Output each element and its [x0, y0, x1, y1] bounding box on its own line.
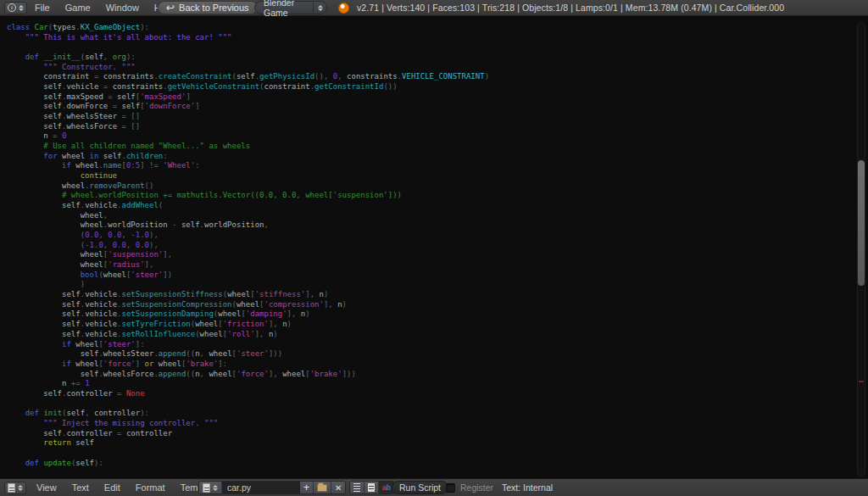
text-datablock-widget: car.py + ✕	[198, 481, 346, 494]
code-line: if wheel['force'] or wheel['brake']:	[7, 359, 868, 370]
code-line: """ Inject the missing controller. """	[7, 419, 868, 429]
code-line: self.wheelsForce.append((n, wheel['force…	[7, 370, 868, 380]
menu-view[interactable]: View	[29, 482, 64, 493]
code-line: self.vehicle.setSuspensionStiffness(whee…	[7, 290, 868, 300]
code-line: self.vehicle.setSuspensionDamping(wheel[…	[7, 309, 868, 320]
code-line: self.wheelsSteer = []	[7, 112, 868, 122]
code-line: for wheel in self.children:	[7, 152, 868, 162]
code-lines: class Car(types.KX_GameObject): """ This…	[7, 23, 868, 468]
folder-icon	[317, 484, 327, 492]
code-line: # Use all children named "Wheel..." as w…	[7, 142, 868, 152]
code-line: self.controller = None	[7, 389, 868, 399]
chevron-updown-icon	[213, 485, 218, 491]
code-line: n += 1	[7, 379, 868, 389]
menu-file[interactable]: File	[27, 3, 58, 13]
register-checkbox[interactable]	[446, 483, 455, 493]
divider	[313, 3, 314, 13]
line-numbers-icon	[353, 483, 360, 492]
run-script-button[interactable]: Run Script	[392, 481, 448, 494]
text-editor-header-bar: ViewTextEditFormatTemplates car.py + ✕	[0, 478, 868, 496]
datablock-name: car.py	[227, 482, 251, 493]
code-line: self.wheelsSteer.append((n, wheel['steer…	[7, 349, 868, 359]
code-line	[7, 449, 868, 459]
code-line: return self	[7, 438, 868, 449]
code-line	[7, 399, 868, 410]
menu-game[interactable]: Game	[58, 3, 98, 13]
text-editor-area[interactable]: class Car(types.KX_GameObject): """ This…	[0, 17, 868, 477]
register-label: Register	[460, 482, 493, 493]
code-line: def init(self, controller):	[7, 409, 868, 419]
code-line: wheel.removeParent()	[7, 181, 868, 192]
code-line: """ This is what it's all about: the car…	[7, 33, 868, 43]
word-wrap-icon	[368, 483, 375, 492]
menu-text[interactable]: Text	[64, 482, 97, 493]
editor-type-selector[interactable]: i	[4, 2, 27, 14]
code-line	[7, 42, 868, 53]
word-wrap-toggle[interactable]	[364, 482, 379, 493]
code-line: wheel['suspension'],	[7, 250, 868, 260]
text-editor-icon	[8, 483, 15, 493]
run-script-label: Run Script	[399, 482, 441, 493]
code-line: if wheel.name[0:5] != 'Wheel':	[7, 161, 868, 171]
code-line: constraint = constraints.createConstrain…	[7, 72, 868, 82]
code-line: if wheel['steer']:	[7, 340, 868, 350]
code-line: self.downForce = self['downForce']	[7, 102, 868, 112]
code-line: bool(wheel['steer'])	[7, 270, 868, 281]
menu-format[interactable]: Format	[128, 482, 173, 493]
code-line: self.vehicle.setTyreFriction(wheel['fric…	[7, 320, 868, 330]
new-text-button[interactable]: +	[300, 482, 314, 493]
back-icon: ↩	[166, 3, 175, 12]
code-line: self.vehicle.setSuspensionCompression(wh…	[7, 300, 868, 310]
code-line: """ Constructor. """	[7, 63, 868, 73]
engine-select-value: Blender Game	[264, 0, 304, 18]
datablock-name-field[interactable]: car.py	[222, 482, 300, 493]
top-header-bar: i FileGameWindowHelp ↩ Back to Previous …	[0, 0, 868, 16]
code-line: self.maxSpeed = self['maxSpeed']	[7, 92, 868, 103]
plus-icon: +	[303, 483, 309, 492]
chevron-updown-icon	[19, 5, 24, 11]
code-line: self.wheelsForce = []	[7, 122, 868, 132]
back-to-previous-button[interactable]: ↩ Back to Previous	[158, 1, 258, 14]
scrollbar-thumb[interactable]	[858, 160, 865, 286]
text-editor-icon	[203, 483, 210, 493]
code-line: wheel.worldPosition - self.worldPosition…	[7, 220, 868, 231]
code-line: self.controller = controller	[7, 429, 868, 439]
menu-edit[interactable]: Edit	[97, 482, 128, 493]
back-button-label: Back to Previous	[179, 3, 249, 13]
code-line: (0.0, 0.0, -1.0),	[7, 231, 868, 241]
unlink-text-button[interactable]: ✕	[331, 482, 345, 493]
text-source-label: Text: Internal	[502, 482, 553, 493]
menu-window[interactable]: Window	[98, 3, 147, 13]
scrollbar-marker	[859, 381, 864, 382]
blender-logo-icon	[338, 3, 349, 14]
code-line: self.vehicle.addWheel(	[7, 201, 868, 211]
open-text-button[interactable]	[314, 482, 331, 493]
info-editor-icon: i	[8, 3, 16, 12]
render-engine-select[interactable]: Blender Game	[254, 1, 327, 14]
line-numbers-toggle[interactable]	[350, 482, 364, 493]
code-line: self.vehicle = constraints.getVehicleCon…	[7, 82, 868, 92]
editor-toggle-group: ab	[349, 481, 395, 494]
chevron-updown-icon	[318, 5, 323, 11]
code-line: # wheel.worldPosition += mathutils.Vecto…	[7, 191, 868, 201]
code-line: wheel,	[7, 211, 868, 221]
syntax-highlight-icon: ab	[382, 483, 392, 492]
chevron-updown-icon	[18, 485, 23, 491]
code-line: def update(self):	[7, 459, 868, 469]
scene-stats-text: v2.71 | Verts:140 | Faces:103 | Tris:218…	[357, 3, 784, 13]
editor-type-selector[interactable]	[4, 482, 26, 494]
code-line: )	[7, 280, 868, 290]
code-line: self.vehicle.setRollInfluence(wheel['rol…	[7, 330, 868, 340]
code-line: continue	[7, 171, 868, 181]
scrollbar-track[interactable]	[857, 22, 865, 476]
code-line: (-1.0, 0.0, 0.0),	[7, 241, 868, 251]
datablock-browse-button[interactable]	[199, 482, 222, 493]
code-line: wheel['radius'],	[7, 260, 868, 270]
code-line: n = 0	[7, 131, 868, 142]
code-line: def __init__(self, org):	[7, 53, 868, 63]
code-line: class Car(types.KX_GameObject):	[7, 23, 868, 33]
close-icon: ✕	[335, 483, 342, 493]
